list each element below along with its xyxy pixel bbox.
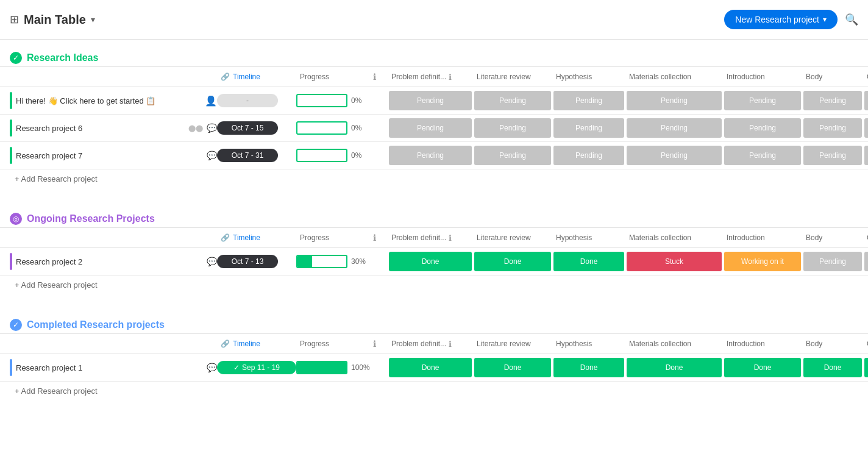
status-body[interactable]: Done	[803, 358, 862, 377]
group-title-research-ideas[interactable]: Research Ideas	[27, 52, 98, 63]
row-name-cell: Research project 1 💬	[10, 354, 217, 381]
status-hypothesis[interactable]: Pending	[553, 118, 624, 138]
row-color-bar	[10, 147, 12, 164]
status-conclusions[interactable]: Pending	[864, 146, 868, 165]
group-icon-research-ideas: ✓	[10, 52, 22, 64]
new-project-button[interactable]: New Research project ▾	[724, 10, 838, 29]
table-row[interactable]: Research project 6 ⬤⬤ 💬 Oct 7 - 15 0%	[0, 115, 868, 142]
col-name-header	[10, 334, 217, 354]
comment-icon[interactable]: 💬	[207, 123, 217, 133]
status-problem[interactable]: Pending	[389, 91, 472, 110]
status-introduction[interactable]: Pending	[724, 146, 801, 165]
status-conclusions[interactable]: Pending	[864, 91, 868, 110]
progress-fill	[297, 256, 312, 267]
group-header-completed: ✓ Completed Research projects	[0, 319, 868, 331]
col-headers-ongoing: 🔗 Timeline Progress ℹ Problem definit...…	[0, 227, 868, 248]
status-hypothesis[interactable]: Done	[553, 252, 624, 271]
status-hypothesis[interactable]: Pending	[553, 91, 624, 110]
col-timeline-header: 🔗 Timeline	[217, 334, 296, 354]
status-introduction[interactable]: Done	[724, 358, 801, 377]
col-body-header: Body	[802, 67, 863, 87]
status-body[interactable]: Pending	[803, 91, 862, 110]
link-icon: 🔗	[221, 73, 230, 81]
status-literature[interactable]: Pending	[474, 146, 551, 165]
col-conclusions-header: Conclusions	[863, 67, 868, 87]
progress-pct: 0%	[351, 124, 369, 132]
col-hypothesis-header: Hypothesis	[552, 334, 625, 354]
status-body[interactable]: Pending	[803, 252, 862, 271]
status-problem[interactable]: Pending	[389, 118, 472, 138]
status-materials[interactable]: Pending	[627, 146, 722, 165]
col-conclusions-header: Conclusions	[863, 334, 868, 354]
comment-icon[interactable]: 💬	[207, 151, 217, 160]
col-literature-header: Literature review	[473, 228, 552, 247]
timeline-cell[interactable]: -	[217, 94, 296, 107]
progress-fill	[297, 362, 346, 373]
status-hypothesis[interactable]: Pending	[553, 146, 624, 165]
group-title-ongoing[interactable]: Ongoing Research Projects	[27, 213, 155, 224]
status-literature[interactable]: Pending	[474, 118, 551, 138]
col-body-header: Body	[802, 228, 863, 247]
timeline-cell[interactable]: Oct 7 - 15	[217, 121, 296, 135]
add-row-completed[interactable]: + Add Research project	[0, 382, 868, 400]
status-introduction[interactable]: Working on it	[724, 252, 801, 271]
table-row[interactable]: Hi there! 👋 Click here to get started 📋 …	[0, 87, 868, 115]
status-conclusions[interactable]: Pending	[864, 252, 868, 271]
timeline-pill[interactable]: Oct 7 - 15	[217, 121, 278, 135]
row-name-cell: Research project 7 💬	[10, 142, 217, 169]
status-materials[interactable]: Stuck	[627, 252, 722, 271]
status-literature[interactable]: Done	[474, 252, 551, 271]
status-conclusions[interactable]: Pending	[864, 118, 868, 138]
timeline-pill[interactable]: -	[217, 94, 278, 107]
col-body-header: Body	[802, 334, 863, 354]
timeline-cell[interactable]: Oct 7 - 13	[217, 255, 296, 268]
status-introduction[interactable]: Pending	[724, 118, 801, 138]
status-problem[interactable]: Pending	[389, 146, 472, 165]
table-row[interactable]: Research project 2 💬 Oct 7 - 13 30%	[0, 248, 868, 276]
table-row[interactable]: Research project 7 💬 Oct 7 - 31 0%	[0, 142, 868, 169]
status-materials[interactable]: Pending	[627, 91, 722, 110]
progress-pct: 0%	[351, 96, 369, 105]
status-literature[interactable]: Done	[474, 358, 551, 377]
add-row-research-ideas[interactable]: + Add Research project	[0, 169, 868, 188]
row-name-cell: Hi there! 👋 Click here to get started 📋 …	[10, 87, 217, 114]
timeline-cell[interactable]: Oct 7 - 31	[217, 149, 296, 162]
status-introduction[interactable]: Pending	[724, 91, 801, 110]
row-name: Research project 6	[16, 124, 182, 133]
status-problem[interactable]: Done	[389, 252, 472, 271]
table-row[interactable]: Research project 1 💬 ✓ Sep 11 - 19	[0, 354, 868, 382]
comment-icon[interactable]: 💬	[207, 363, 217, 372]
col-problem-header: Problem definit... ℹ	[388, 67, 473, 87]
col-info-header: ℹ	[369, 67, 388, 87]
row-name: Hi there! 👋 Click here to get started 📋	[16, 96, 199, 105]
status-literature[interactable]: Pending	[474, 91, 551, 110]
timeline-pill[interactable]: ✓ Sep 11 - 19	[217, 361, 296, 374]
col-problem-header: Problem definit... ℹ	[388, 228, 473, 247]
comment-icon[interactable]: 💬	[207, 257, 217, 266]
col-introduction-header: Introduction	[723, 228, 802, 247]
col-literature-header: Literature review	[473, 67, 552, 87]
group-icon-completed: ✓	[10, 319, 22, 331]
status-materials[interactable]: Done	[627, 358, 722, 377]
group-header-research-ideas: ✓ Research Ideas	[0, 52, 868, 64]
group-title-completed[interactable]: Completed Research projects	[27, 319, 165, 330]
timeline-pill[interactable]: Oct 7 - 13	[217, 255, 278, 268]
header-chevron-icon[interactable]: ▾	[91, 15, 95, 24]
status-body[interactable]: Pending	[803, 118, 862, 138]
status-problem[interactable]: Done	[389, 358, 472, 377]
timeline-pill[interactable]: Oct 7 - 31	[217, 149, 278, 162]
col-introduction-header: Introduction	[723, 67, 802, 87]
status-hypothesis[interactable]: Done	[553, 358, 624, 377]
status-conclusions[interactable]: Done	[864, 358, 868, 377]
timeline-cell[interactable]: ✓ Sep 11 - 19	[217, 361, 296, 374]
status-body[interactable]: Pending	[803, 146, 862, 165]
checkmark-icon: ✓	[233, 363, 240, 372]
progress-bar	[296, 121, 347, 135]
progress-cell: 30%	[296, 255, 369, 268]
search-button[interactable]: 🔍	[845, 13, 858, 26]
row-name: Research project 1	[16, 363, 197, 372]
header: ⊞ Main Table ▾ New Research project ▾ 🔍	[0, 0, 868, 40]
row-color-bar	[10, 119, 12, 137]
add-row-ongoing[interactable]: + Add Research project	[0, 276, 868, 294]
status-materials[interactable]: Pending	[627, 118, 722, 138]
